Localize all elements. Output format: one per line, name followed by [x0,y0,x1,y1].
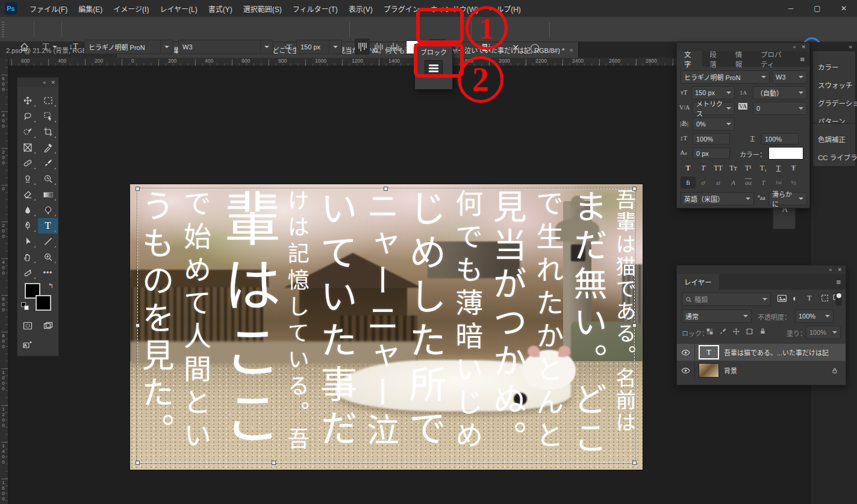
lock-position-icon[interactable] [732,328,740,335]
faux-bold-button[interactable]: T [681,162,696,174]
marquee-tool[interactable] [38,93,58,108]
close-panel-icon[interactable]: ✕ [51,79,55,86]
zoom-tool[interactable] [38,249,58,265]
collapse-panel-icon[interactable]: « [43,79,46,86]
char-antialias-select[interactable]: 滑らかに [768,192,807,205]
tab-info[interactable]: 情報 [728,51,753,67]
remove-tool[interactable] [17,265,37,281]
menu-filter[interactable]: フィルター(T) [287,1,343,16]
gradient-tool[interactable] [38,187,58,202]
close-tab-icon[interactable]: × [569,46,573,54]
type-tool-preset-icon[interactable]: T [39,40,53,54]
path-selection-tool[interactable] [17,234,37,249]
screen-mode-button[interactable] [38,318,58,334]
align-center-button[interactable] [371,39,386,55]
titling-alternates-button[interactable]: T [756,176,771,188]
object-selection-tool[interactable] [38,108,58,124]
selection-handle[interactable] [632,461,637,465]
dock-tab-gradients[interactable]: グラデーション [813,94,855,112]
selection-handle[interactable] [136,187,140,191]
filter-pixel-layers-icon[interactable] [777,294,787,303]
all-caps-button[interactable]: TT [711,162,726,174]
layer-visibility-eye-icon[interactable] [677,344,695,361]
eyedropper-tool[interactable] [38,140,58,155]
align-top-button[interactable] [355,39,370,55]
char-color-swatch[interactable] [768,147,803,160]
vertical-ruler[interactable]: 600400 2000 200400 600800 10001200 14001… [0,58,8,504]
layer-name[interactable]: 背景 [724,366,737,375]
selection-handle[interactable] [632,187,637,191]
blend-mode-select[interactable]: 通常 [682,310,752,323]
background-layer-thumbnail[interactable] [699,363,719,378]
maximize-button[interactable]: ▢ [804,0,831,17]
char-hscale-field[interactable]: 100% [761,133,799,145]
selection-bounds[interactable] [137,188,635,463]
align-bottom-button[interactable] [387,39,402,55]
opacity-select[interactable]: 100% [795,310,834,323]
superscript-button[interactable]: T¹ [741,162,756,174]
menu-view[interactable]: 表示(V) [343,1,378,16]
menu-file[interactable]: ファイル(F) [24,1,73,16]
selection-brush-tool[interactable] [17,124,37,140]
type-tool-selected[interactable]: T [38,218,58,234]
selection-handle[interactable] [632,323,637,328]
font-size-select[interactable]: 150 px [296,40,342,54]
tool-preset-chevron-icon[interactable] [52,40,58,54]
background-color-swatch[interactable] [36,295,51,311]
layer-lock-icon[interactable] [831,367,838,375]
contextual-alternates-button[interactable]: ơ [696,176,711,188]
dock-tab-color[interactable]: カラー [813,58,855,76]
clone-stamp-tool[interactable] [17,171,37,187]
lock-artboard-icon[interactable] [746,328,753,335]
layer-row-background[interactable]: 背景 [677,362,846,379]
quick-mask-button[interactable] [17,318,37,334]
brush-tool[interactable] [38,155,58,171]
dock-tab-cc-libraries[interactable]: CC ライブラリ [813,148,855,166]
hand-tool[interactable] [17,249,37,265]
lasso-tool[interactable] [17,108,37,124]
ligatures-button[interactable]: fi [681,176,696,188]
selection-handle[interactable] [136,323,140,328]
char-language-select[interactable]: 英語（米国） [681,192,754,205]
tab-properties[interactable]: プロパティ [753,51,795,67]
selection-handle[interactable] [136,461,140,465]
faux-italic-button[interactable]: T [696,162,711,174]
collapse-panel-icon[interactable]: « [793,44,796,50]
cancel-edit-button[interactable]: ✕ [508,41,523,54]
tab-layers[interactable]: レイヤー [677,274,719,290]
char-font-family-select[interactable]: ヒラギノ明朝 ProN [681,70,770,84]
blur-tool[interactable] [17,202,37,218]
move-tool[interactable] [17,93,37,108]
char-vscale-field[interactable]: 100% [693,133,730,145]
pen-tool[interactable] [17,218,37,234]
layer-name[interactable]: 吾輩は猫である。...いた事だけは記 [724,347,829,357]
dock-tab-swatches[interactable]: スウォッチ [813,76,855,94]
discretionary-ligatures-button[interactable]: st [711,176,726,188]
document-canvas[interactable]: 吾輩は猫である。名前は まだ無い。どこ で生れたかとんと 見当がつかぬ。 何でも… [130,184,643,470]
menu-type[interactable]: 書式(Y) [203,1,238,16]
expand-dock-icon[interactable]: « [849,43,852,50]
close-panel-icon[interactable]: ✕ [801,44,806,50]
export-share-button[interactable] [17,337,37,353]
layer-visibility-eye-icon[interactable] [677,362,695,379]
lock-pixels-icon[interactable] [719,328,727,335]
selection-handle[interactable] [272,461,276,465]
menu-image[interactable]: イメージ(I) [108,1,154,16]
text-orientation-icon[interactable]: ↓T [66,40,81,54]
filter-adjustment-layers-icon[interactable]: ◐ [793,293,797,303]
menu-select[interactable]: 選択範囲(S) [238,1,287,16]
tab-character[interactable]: 文字 [677,51,702,67]
default-colors-icon[interactable] [21,302,29,310]
filter-type-layers-icon[interactable]: T [807,293,812,303]
char-tsume-select[interactable]: 0% [693,117,735,131]
dodge-tool[interactable] [38,202,58,218]
minimize-button[interactable]: ─ [778,0,804,17]
char-kerning-select[interactable]: メトリクス [693,102,735,115]
tab-paragraph[interactable]: 段落 [702,51,728,67]
strikethrough-button[interactable]: Ŧ [786,162,801,174]
filter-toggle-switch[interactable] [835,292,842,306]
menu-layer[interactable]: レイヤー(L) [154,1,202,16]
commit-edit-button[interactable]: ◯ [528,41,542,54]
stylistic-alternates-button[interactable]: aa [741,176,756,188]
lock-transparency-icon[interactable] [706,328,714,335]
